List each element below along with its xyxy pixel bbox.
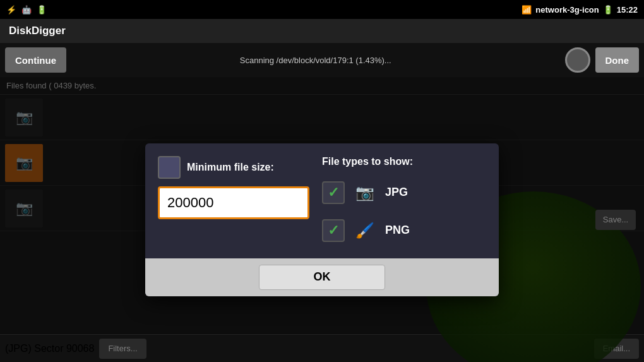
min-file-size-checkbox[interactable] bbox=[158, 156, 181, 179]
file-type-row-jpg: ✓ 📷 JPG bbox=[322, 178, 486, 208]
file-types-title: File types to show: bbox=[322, 156, 486, 167]
scan-progress-circle bbox=[565, 47, 590, 73]
title-bar: DiskDigger bbox=[0, 19, 644, 43]
battery-low-icon: 🔋 bbox=[37, 5, 47, 15]
jpg-label: JPG bbox=[385, 186, 408, 199]
time-display: 15:22 bbox=[617, 5, 638, 15]
png-label: PNG bbox=[385, 224, 410, 237]
png-checkbox[interactable]: ✓ bbox=[322, 219, 345, 242]
min-file-size-row: Minimum file size: bbox=[158, 156, 309, 179]
modal-body: Minimum file size: File types to show: ✓… bbox=[145, 143, 499, 258]
min-file-size-label: Minimum file size: bbox=[187, 162, 274, 173]
modal-right-section: File types to show: ✓ 📷 JPG ✓ bbox=[322, 156, 486, 246]
status-left-icons: ⚡ 🤖 🔋 bbox=[6, 5, 47, 15]
status-right-icons: 📶 network-3g-icon 🔋 15:22 bbox=[522, 5, 638, 15]
filter-dialog: Minimum file size: File types to show: ✓… bbox=[145, 143, 499, 296]
scanning-text: Scanning /dev/block/vold/179:1 (1.43%)..… bbox=[71, 56, 560, 65]
png-icon: 🖌️ bbox=[352, 219, 378, 242]
jpg-icon: 📷 bbox=[352, 181, 378, 204]
file-size-input[interactable] bbox=[158, 186, 309, 219]
android-icon: 🤖 bbox=[21, 5, 32, 15]
app-title: DiskDigger bbox=[9, 25, 66, 37]
png-checkmark: ✓ bbox=[328, 224, 339, 238]
status-bar: ⚡ 🤖 🔋 📶 network-3g-icon 🔋 15:22 bbox=[0, 0, 644, 19]
jpg-checkbox[interactable]: ✓ bbox=[322, 181, 345, 204]
main-content: Files found ( 0439 bytes. 📷 📷 📷 (JPG) Se… bbox=[0, 77, 644, 362]
signal-icon: 📶 bbox=[522, 5, 532, 15]
done-button[interactable]: Done bbox=[595, 47, 640, 73]
battery-full-icon: 🔋 bbox=[603, 5, 613, 15]
usb-icon: ⚡ bbox=[6, 5, 16, 15]
modal-footer: OK bbox=[145, 258, 499, 296]
ok-button[interactable]: OK bbox=[259, 265, 385, 290]
modal-overlay: Minimum file size: File types to show: ✓… bbox=[0, 77, 644, 362]
toolbar: Continue Scanning /dev/block/vold/179:1 … bbox=[0, 43, 644, 77]
network-3g-label: network-3g-icon bbox=[535, 5, 599, 15]
jpg-checkmark: ✓ bbox=[328, 186, 339, 200]
continue-button[interactable]: Continue bbox=[5, 47, 66, 73]
file-type-row-png: ✓ 🖌️ PNG bbox=[322, 215, 486, 246]
modal-left-section: Minimum file size: bbox=[158, 156, 309, 246]
